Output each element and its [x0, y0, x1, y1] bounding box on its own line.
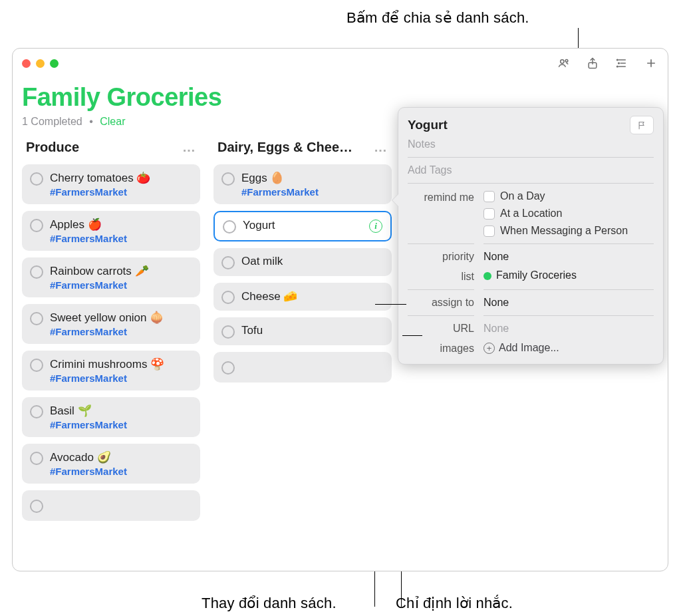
- app-window: Family Groceries 1 Completed • Clear Pro…: [12, 48, 668, 571]
- complete-toggle[interactable]: [221, 256, 235, 269]
- reminder-tag[interactable]: #FarmersMarket: [50, 373, 192, 384]
- callout-assign: Chỉ định lời nhắc.: [396, 595, 513, 612]
- list-color-dot: [483, 272, 491, 280]
- remind-at-location[interactable]: At a Location: [483, 208, 654, 220]
- collaborate-icon[interactable]: [556, 56, 571, 71]
- detail-panel: Yogurt Notes Add Tags remind me On a Day…: [398, 107, 664, 365]
- add-image-button[interactable]: + Add Image...: [483, 341, 654, 355]
- reminder-title: Tofu: [241, 324, 384, 337]
- complete-toggle[interactable]: [30, 172, 43, 186]
- reminder-card-selected[interactable]: Yogurt i: [213, 211, 392, 241]
- minimize-window[interactable]: [36, 59, 45, 68]
- column-header: Dairy, Eggs & Chee… …: [213, 140, 392, 164]
- label-remind: remind me: [408, 190, 474, 237]
- remind-on-day[interactable]: On a Day: [483, 190, 654, 202]
- reminder-tag[interactable]: #FarmersMarket: [50, 279, 192, 291]
- share-icon[interactable]: [585, 56, 600, 71]
- reminder-card[interactable]: Cheese 🧀: [213, 283, 392, 311]
- complete-toggle[interactable]: [30, 500, 43, 513]
- fullscreen-window[interactable]: [50, 59, 59, 68]
- view-icon[interactable]: [615, 56, 629, 71]
- complete-toggle[interactable]: [30, 359, 43, 372]
- add-icon[interactable]: [644, 56, 658, 71]
- list-select[interactable]: Family Groceries: [483, 269, 654, 283]
- checkbox[interactable]: [483, 208, 495, 220]
- remind-option-label: On a Day: [500, 190, 545, 202]
- column-title: Produce: [26, 140, 79, 155]
- reminder-tag[interactable]: #FarmersMarket: [50, 186, 192, 198]
- panel-title[interactable]: Yogurt: [408, 118, 448, 132]
- svg-point-4: [618, 63, 620, 64]
- reminder-tag[interactable]: #FarmersMarket: [241, 186, 384, 198]
- callout-share: Bấm để chia sẻ danh sách.: [346, 9, 529, 27]
- toolbar: [556, 56, 658, 71]
- svg-point-3: [617, 59, 618, 61]
- titlebar: [13, 49, 668, 78]
- reminder-card[interactable]: Oat milk: [213, 248, 392, 276]
- label-priority: priority: [408, 243, 474, 263]
- reminder-title: Cherry tomatoes 🍅: [50, 171, 192, 185]
- column-menu-button[interactable]: …: [182, 140, 196, 155]
- remind-option-label: At a Location: [500, 208, 562, 220]
- panel-fields: remind me On a Day At a Location When Me…: [408, 190, 654, 355]
- checkbox[interactable]: [483, 191, 495, 202]
- clear-completed-button[interactable]: Clear: [100, 116, 125, 127]
- close-window[interactable]: [22, 59, 31, 68]
- callout-tick-assign: [402, 335, 422, 336]
- url-field[interactable]: None: [483, 315, 654, 335]
- complete-toggle[interactable]: [30, 219, 43, 232]
- new-reminder-card[interactable]: .: [22, 490, 200, 521]
- column-menu-button[interactable]: …: [374, 140, 388, 155]
- reminder-title: Sweet yellow onion 🧅: [50, 311, 192, 325]
- complete-toggle[interactable]: [221, 361, 235, 375]
- cards-list: Eggs 🥚 #FarmersMarket Yogurt i: [213, 164, 392, 383]
- reminder-title: Eggs 🥚: [241, 171, 384, 185]
- callout-change-list: Thay đổi danh sách.: [202, 595, 337, 612]
- complete-toggle[interactable]: [221, 172, 235, 186]
- remind-when-messaging[interactable]: When Messaging a Person: [483, 225, 654, 237]
- reminder-card[interactable]: Cherry tomatoes 🍅 #FarmersMarket: [22, 164, 200, 204]
- reminder-tag[interactable]: #FarmersMarket: [50, 419, 192, 430]
- cards-list: Cherry tomatoes 🍅 #FarmersMarket Apples …: [22, 164, 200, 521]
- complete-toggle[interactable]: [30, 452, 43, 465]
- checkbox[interactable]: [483, 226, 495, 237]
- completed-count: 1 Completed: [22, 116, 82, 127]
- reminder-card[interactable]: Crimini mushrooms 🍄 #FarmersMarket: [22, 351, 200, 390]
- list-name: Family Groceries: [496, 269, 577, 281]
- reminder-tag[interactable]: #FarmersMarket: [50, 326, 192, 337]
- reminder-tag[interactable]: #FarmersMarket: [50, 466, 192, 477]
- column-produce: Produce … Cherry tomatoes 🍅 #FarmersMark…: [22, 140, 200, 521]
- svg-point-0: [561, 60, 564, 63]
- complete-toggle[interactable]: [223, 220, 236, 233]
- add-image-label: Add Image...: [499, 342, 559, 354]
- reminder-title: Basil 🌱: [50, 404, 192, 418]
- label-url: URL: [408, 315, 474, 335]
- reminder-title: Rainbow carrots 🥕: [50, 264, 192, 278]
- reminder-card[interactable]: Basil 🌱 #FarmersMarket: [22, 397, 200, 437]
- complete-toggle[interactable]: [30, 265, 43, 279]
- tags-field[interactable]: Add Tags: [408, 164, 654, 176]
- remind-option-label: When Messaging a Person: [500, 225, 628, 237]
- reminder-tag[interactable]: #FarmersMarket: [50, 233, 192, 244]
- column-dairy: Dairy, Eggs & Chee… … Eggs 🥚 #FarmersMar…: [213, 140, 392, 521]
- label-list: list: [408, 269, 474, 283]
- reminder-title: Crimini mushrooms 🍄: [50, 357, 192, 371]
- assign-select[interactable]: None: [483, 289, 654, 309]
- reminder-card[interactable]: Tofu: [213, 317, 392, 345]
- flag-button[interactable]: [630, 116, 654, 134]
- complete-toggle[interactable]: [30, 312, 43, 325]
- new-reminder-card[interactable]: .: [213, 352, 392, 383]
- reminder-card[interactable]: Eggs 🥚 #FarmersMarket: [213, 164, 392, 204]
- info-icon[interactable]: i: [369, 220, 382, 233]
- complete-toggle[interactable]: [30, 405, 43, 418]
- complete-toggle[interactable]: [221, 325, 235, 339]
- complete-toggle[interactable]: [221, 291, 235, 304]
- reminder-card[interactable]: Rainbow carrots 🥕 #FarmersMarket: [22, 257, 200, 297]
- priority-select[interactable]: None: [483, 243, 654, 263]
- label-images: images: [408, 341, 474, 355]
- reminder-card[interactable]: Avocado 🥑 #FarmersMarket: [22, 444, 200, 484]
- reminder-card[interactable]: Sweet yellow onion 🧅 #FarmersMarket: [22, 304, 200, 344]
- reminder-title: Cheese 🧀: [241, 289, 384, 303]
- notes-field[interactable]: Notes: [408, 138, 654, 150]
- reminder-card[interactable]: Apples 🍎 #FarmersMarket: [22, 211, 200, 251]
